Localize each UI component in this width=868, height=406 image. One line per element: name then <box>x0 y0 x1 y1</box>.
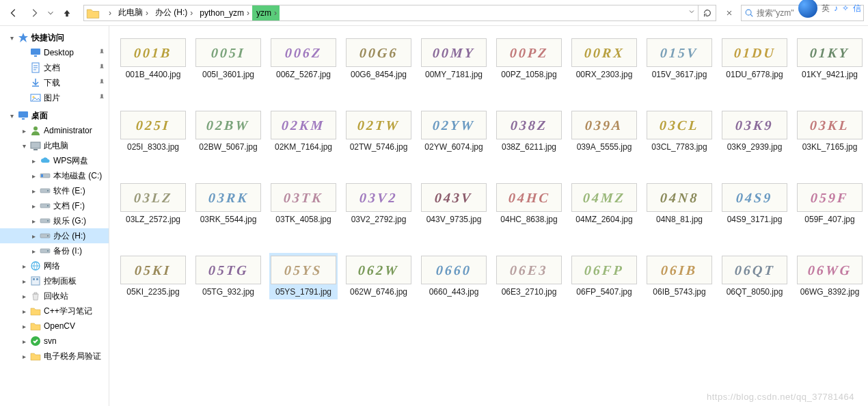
tree-item[interactable]: ▾快捷访问 <box>0 30 109 45</box>
file-item[interactable]: 038Z038Z_6211.jpg <box>495 108 563 154</box>
file-item[interactable]: 025I025I_8303.jpg <box>119 108 187 154</box>
tree-item[interactable]: ▸本地磁盘 (C:) <box>0 168 109 183</box>
address-bar[interactable]: ›此电脑›办公 (H:)›python_yzm›yzm› <box>83 5 716 21</box>
tree-item[interactable]: ▸svn <box>0 334 109 349</box>
file-item[interactable]: 02YW02YW_6074.jpg <box>420 108 488 154</box>
file-item[interactable]: 04N804N8_81.jpg <box>645 180 714 227</box>
back-button[interactable] <box>4 4 23 22</box>
file-item[interactable]: 015V015V_3617.jpg <box>645 36 714 82</box>
file-item[interactable]: 043V043V_9735.jpg <box>420 180 488 227</box>
tree-item[interactable]: ▾此电脑 <box>0 138 109 153</box>
expand-toggle[interactable]: ▸ <box>21 293 27 300</box>
file-item[interactable]: 04S904S9_3171.jpg <box>720 180 789 227</box>
expand-toggle[interactable]: ▸ <box>21 353 27 360</box>
up-button[interactable] <box>57 4 77 22</box>
breadcrumb-segment[interactable]: 办公 (H:)› <box>151 5 195 21</box>
tree-item[interactable]: Desktop <box>0 45 109 60</box>
expand-toggle[interactable]: ▸ <box>21 127 27 135</box>
file-item[interactable]: 00MY00MY_7181.jpg <box>420 36 488 82</box>
file-item[interactable]: 059F059F_407.jpg <box>796 180 864 227</box>
stop-button[interactable] <box>722 5 737 21</box>
file-item[interactable]: 06E306E3_2710.jpg <box>495 253 563 299</box>
ime-indicator[interactable]: 英 <box>822 3 830 14</box>
tree-item[interactable]: ▸回收站 <box>0 288 109 303</box>
expand-toggle[interactable]: ▸ <box>30 202 37 210</box>
file-item[interactable]: 06FP06FP_5407.jpg <box>570 253 638 299</box>
file-item[interactable]: 039A039A_5555.jpg <box>570 108 638 154</box>
tree-item[interactable]: ▸电子税务局验证 <box>0 349 109 364</box>
address-history-dropdown[interactable] <box>684 8 698 18</box>
file-item[interactable]: 06WG06WG_8392.jpg <box>796 253 864 299</box>
tree-item[interactable]: ▸文档 (F:) <box>0 198 109 213</box>
expand-toggle[interactable]: ▸ <box>30 232 37 240</box>
tree-item[interactable]: ▸OpenCV <box>0 319 109 334</box>
file-item[interactable]: 03LZ03LZ_2572.jpg <box>119 180 187 227</box>
expand-toggle[interactable]: ▸ <box>21 262 27 270</box>
file-item[interactable]: 00PZ00PZ_1058.jpg <box>495 36 563 82</box>
tree-item[interactable]: ▸软件 (E:) <box>0 183 109 198</box>
tree-item[interactable]: ▸办公 (H:) <box>0 228 109 243</box>
breadcrumb-segment[interactable]: python_yzm› <box>195 5 252 21</box>
file-item[interactable]: 06600660_443.jpg <box>420 253 488 299</box>
file-item[interactable]: 06IB06IB_5743.jpg <box>645 253 714 299</box>
tree-item[interactable]: ▸Administrator <box>0 123 109 138</box>
tree-item[interactable]: ▸娱乐 (G:) <box>0 213 109 228</box>
expand-toggle[interactable]: ▾ <box>8 34 15 42</box>
breadcrumb-root-chevron[interactable]: › <box>102 5 114 21</box>
tree-item[interactable]: 图片 <box>0 90 109 105</box>
tray-icon[interactable]: ♪ <box>834 3 838 13</box>
tree-item[interactable]: ▾桌面 <box>0 108 109 123</box>
expand-toggle[interactable]: ▾ <box>21 142 27 150</box>
file-item[interactable]: 03RK03RK_5544.jpg <box>194 180 262 227</box>
file-item[interactable]: 00RX00RX_2303.jpg <box>570 36 638 82</box>
file-name-label: 03KL_7165.jpg <box>802 142 858 152</box>
tree-item[interactable]: ▸WPS网盘 <box>0 153 109 168</box>
expand-toggle[interactable]: ▸ <box>30 172 37 180</box>
file-item[interactable]: 05KI05KI_2235.jpg <box>119 253 187 299</box>
file-item[interactable]: 02BW02BW_5067.jpg <box>194 108 262 154</box>
file-item[interactable]: 05TG05TG_932.jpg <box>194 253 262 299</box>
file-item[interactable]: 00G600G6_8454.jpg <box>344 36 413 82</box>
breadcrumb-segment[interactable]: 此电脑› <box>114 5 151 21</box>
file-item[interactable]: 02TW02TW_5746.jpg <box>344 108 413 154</box>
refresh-button[interactable] <box>698 5 716 21</box>
tray-icon[interactable]: ✧ <box>842 3 849 13</box>
file-item[interactable]: 006Z006Z_5267.jpg <box>269 36 338 82</box>
tree-item[interactable]: ▸网络 <box>0 258 109 273</box>
file-item[interactable]: 03TK03TK_4058.jpg <box>269 180 338 227</box>
tree-item[interactable]: ▸C++学习笔记 <box>0 303 109 319</box>
user-avatar[interactable] <box>798 0 817 18</box>
file-list[interactable]: 001B001B_4400.jpg005I005I_3601.jpg006Z00… <box>109 26 868 406</box>
wechat-indicator[interactable]: 信 <box>853 3 861 14</box>
file-item[interactable]: 01KY01KY_9421.jpg <box>796 36 864 82</box>
expand-toggle[interactable]: ▸ <box>21 338 27 345</box>
expand-toggle[interactable]: ▸ <box>30 187 37 195</box>
file-item[interactable]: 06QT06QT_8050.jpg <box>720 253 789 299</box>
file-item[interactable]: 04HC04HC_8638.jpg <box>495 180 563 227</box>
expand-toggle[interactable]: ▸ <box>30 217 37 225</box>
tree-item[interactable]: 下载 <box>0 75 109 90</box>
file-item[interactable]: 03V203V2_2792.jpg <box>344 180 413 227</box>
forward-button[interactable] <box>25 4 44 22</box>
file-item[interactable]: 001B001B_4400.jpg <box>119 36 187 82</box>
recent-dropdown[interactable] <box>45 4 56 22</box>
expand-toggle[interactable]: ▸ <box>21 278 27 285</box>
expand-toggle[interactable]: ▸ <box>21 323 27 330</box>
breadcrumb-segment[interactable]: yzm› <box>252 5 280 21</box>
tree-item[interactable]: ▸备份 (I:) <box>0 243 109 258</box>
file-item[interactable]: 03K903K9_2939.jpg <box>720 108 789 154</box>
tree-item[interactable]: ▸控制面板 <box>0 273 109 288</box>
expand-toggle[interactable]: ▸ <box>30 157 37 165</box>
file-item[interactable]: 04MZ04MZ_2604.jpg <box>570 180 638 227</box>
expand-toggle[interactable]: ▸ <box>21 308 27 315</box>
expand-toggle[interactable]: ▸ <box>30 247 37 255</box>
file-item[interactable]: 02KM02KM_7164.jpg <box>269 108 338 154</box>
file-item[interactable]: 03CL03CL_7783.jpg <box>645 108 714 154</box>
file-item[interactable]: 05YS05YS_1791.jpg <box>269 253 338 299</box>
file-item[interactable]: 01DU01DU_6778.jpg <box>720 36 789 82</box>
file-item[interactable]: 03KL03KL_7165.jpg <box>796 108 864 154</box>
file-item[interactable]: 005I005I_3601.jpg <box>194 36 262 82</box>
file-item[interactable]: 062W062W_6746.jpg <box>344 253 413 299</box>
expand-toggle[interactable]: ▾ <box>8 112 15 120</box>
tree-item[interactable]: 文档 <box>0 60 109 75</box>
